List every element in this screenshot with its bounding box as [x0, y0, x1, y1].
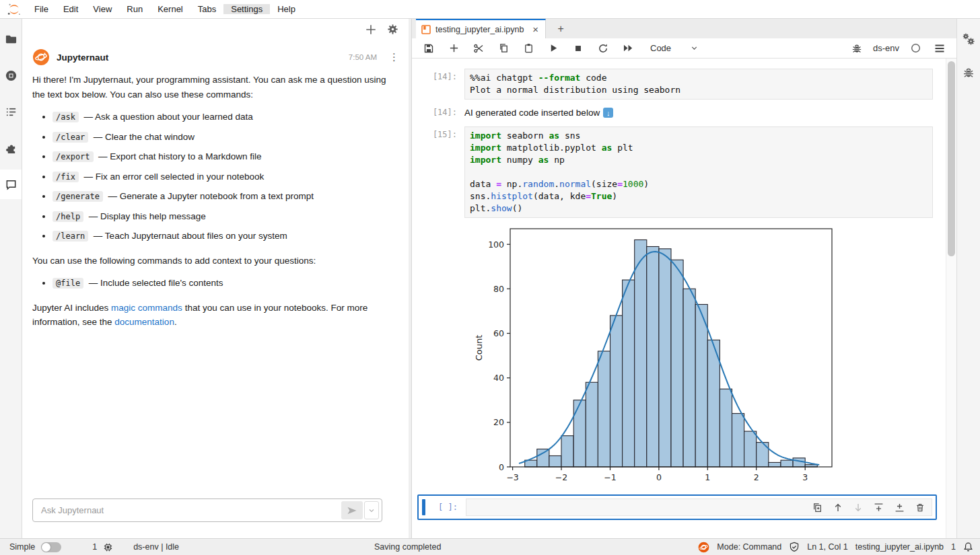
footer-text: .: [174, 317, 177, 327]
new-tab-button[interactable]: +: [551, 22, 570, 36]
down-arrow-emoji-icon: ↓: [603, 108, 613, 118]
active-file-name[interactable]: testing_jupyter_ai.ipynb: [855, 542, 944, 552]
debugger-toggle-button[interactable]: [849, 41, 865, 56]
svg-text:0: 0: [499, 462, 504, 472]
notebook-icon: [421, 25, 431, 34]
sidebar-item-debugger[interactable]: [957, 59, 980, 86]
chat-settings-button[interactable]: [386, 23, 399, 36]
plot-output: −3−2−10123020406080100Count: [471, 225, 946, 486]
svg-text:80: 80: [493, 284, 504, 294]
menu-item-kernel[interactable]: Kernel: [150, 4, 190, 14]
cell-editor[interactable]: [466, 498, 932, 516]
status-message: Saving completed: [374, 542, 441, 552]
kernel-sessions-icon[interactable]: [103, 542, 113, 552]
kernel-status-text[interactable]: ds-env | Idle: [133, 542, 179, 552]
sidebar-item-running-kernels[interactable]: [0, 61, 22, 90]
footer-text: Jupyter AI includes: [32, 303, 111, 313]
send-options-button[interactable]: [364, 501, 379, 519]
cut-cells-button[interactable]: [470, 41, 487, 56]
new-chat-button[interactable]: [365, 24, 377, 36]
toolbar-menu-icon[interactable]: [932, 41, 948, 56]
command-chip: /export: [53, 151, 94, 162]
code-line: sns.histplot(data, kde=True): [470, 190, 928, 202]
code-cell-15[interactable]: [15]: import seaborn as snsimport matplo…: [412, 126, 946, 218]
jupyter-logo-icon: [7, 2, 22, 17]
jupyternaut-status-icon[interactable]: [698, 542, 709, 553]
sidebar-item-table-of-contents[interactable]: [0, 97, 22, 126]
interrupt-kernel-button[interactable]: [570, 41, 586, 56]
cell-type-dropdown[interactable]: Code: [650, 43, 699, 53]
command-item: /ask — Ask a question about your learned…: [53, 110, 392, 125]
mode-indicator[interactable]: Mode: Command: [717, 542, 781, 552]
scrollbar-thumb[interactable]: [948, 61, 955, 256]
gear-icon: [386, 23, 399, 36]
kernel-count[interactable]: 1: [92, 542, 97, 552]
command-item: /generate — Generate a Jupyter notebook …: [53, 189, 392, 205]
sidebar-item-chat[interactable]: [0, 170, 22, 199]
restart-run-all-button[interactable]: [620, 41, 636, 56]
simple-mode-toggle[interactable]: [41, 542, 61, 552]
svg-text:0: 0: [656, 472, 662, 482]
insert-cell-button[interactable]: [446, 41, 462, 56]
kernel-name[interactable]: ds-env: [873, 43, 899, 53]
duplicate-cell-icon[interactable]: [812, 503, 823, 513]
svg-text:60: 60: [493, 328, 504, 338]
simple-mode-label: Simple: [9, 542, 35, 552]
notification-count[interactable]: 1: [951, 542, 956, 552]
svg-text:1: 1: [705, 472, 710, 482]
menu-item-settings[interactable]: Settings: [223, 4, 270, 14]
sidebar-item-property-inspector[interactable]: [957, 26, 980, 52]
insert-cell-above-icon[interactable]: [874, 503, 884, 513]
save-button[interactable]: [421, 41, 437, 56]
cell-editor[interactable]: import seaborn as snsimport matplotlib.p…: [464, 126, 933, 218]
run-button[interactable]: [545, 41, 561, 56]
move-cell-up-icon[interactable]: [833, 503, 843, 513]
menu-item-tabs[interactable]: Tabs: [190, 4, 223, 14]
tab-testing-jupyter-ai[interactable]: testing_jupyter_ai.ipynb ×: [416, 19, 546, 38]
menu-items: FileEditViewRunKernelTabsSettingsHelp: [27, 0, 303, 18]
command-item: /help — Display this help message: [53, 209, 392, 225]
tab-close-icon[interactable]: ×: [532, 24, 538, 35]
code-line: data = np.random.normal(size=1000): [470, 178, 928, 190]
svg-text:3: 3: [802, 472, 808, 482]
kernel-status-icon[interactable]: [907, 41, 923, 56]
notebook-content: [14]: %%ai chatgpt --format codePlot a n…: [412, 59, 946, 538]
delete-cell-icon[interactable]: [915, 503, 925, 513]
code-line: import seaborn as sns: [470, 130, 928, 142]
tab-title: testing_jupyter_ai.ipynb: [435, 25, 524, 34]
menu-item-help[interactable]: Help: [270, 4, 303, 14]
menu-item-file[interactable]: File: [27, 4, 56, 14]
bell-icon[interactable]: [963, 542, 973, 552]
chat-input[interactable]: [33, 505, 341, 515]
send-button[interactable]: [341, 501, 363, 519]
cell-drag-handle[interactable]: [422, 499, 425, 515]
command-item: /learn — Teach Jupyternaut about files o…: [53, 229, 392, 244]
menu-item-run[interactable]: Run: [119, 4, 150, 14]
message-menu-icon[interactable]: ⋮: [389, 52, 399, 62]
restart-kernel-button[interactable]: [595, 41, 611, 56]
command-item: /clear — Clear the chat window: [53, 130, 392, 145]
cell-editor[interactable]: %%ai chatgpt --format codePlot a normal …: [464, 69, 933, 100]
cursor-position[interactable]: Ln 1, Col 1: [807, 542, 847, 552]
plus-icon: [365, 24, 377, 36]
paste-cells-button[interactable]: [520, 41, 536, 56]
copy-cells-button[interactable]: [495, 41, 512, 56]
table-of-contents-icon: [5, 106, 18, 118]
code-cell-14[interactable]: [14]: %%ai chatgpt --format codePlot a n…: [412, 69, 946, 100]
sidebar-item-file-browser[interactable]: [0, 24, 22, 54]
svg-text:−3: −3: [506, 472, 518, 482]
menu-item-edit[interactable]: Edit: [56, 4, 85, 14]
sidebar-item-extensions[interactable]: [0, 133, 22, 163]
trust-shield-icon[interactable]: [789, 542, 800, 552]
gears-icon: [962, 32, 975, 46]
chat-input-container: [32, 498, 382, 522]
move-cell-down-icon[interactable]: [853, 503, 863, 513]
active-empty-cell[interactable]: [ ]:: [417, 494, 937, 520]
insert-cell-below-icon[interactable]: [895, 503, 905, 513]
link-magic-commands[interactable]: magic commands: [111, 303, 182, 313]
link-documentation[interactable]: documentation: [114, 317, 174, 327]
menu-item-view[interactable]: View: [85, 4, 119, 14]
running-kernels-icon: [5, 69, 18, 82]
notebook-scrollbar[interactable]: [946, 59, 956, 538]
message-timestamp: 7:50 AM: [349, 53, 377, 61]
